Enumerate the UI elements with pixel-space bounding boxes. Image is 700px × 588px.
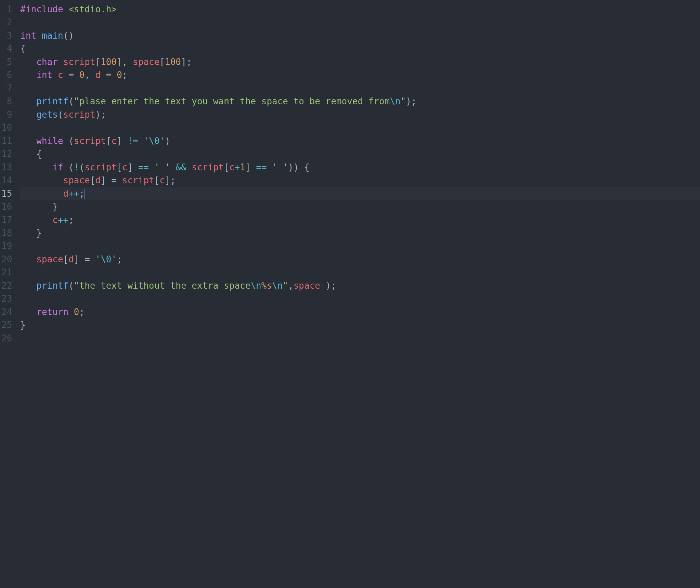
token: ' bbox=[95, 254, 101, 264]
code-line[interactable] bbox=[20, 121, 700, 134]
line-number: 25 bbox=[1, 318, 12, 331]
token: ' bbox=[111, 254, 117, 264]
code-area[interactable]: #include <stdio.h>int main(){ char scrip… bbox=[17, 0, 700, 588]
line-number: 17 bbox=[1, 213, 12, 226]
indent bbox=[20, 149, 36, 159]
token: )) { bbox=[288, 162, 310, 172]
code-line[interactable]: { bbox=[20, 42, 700, 55]
token: \n bbox=[390, 96, 400, 106]
code-line[interactable] bbox=[20, 266, 700, 279]
token: ); bbox=[406, 96, 416, 106]
token: space bbox=[294, 280, 326, 291]
token: ( bbox=[68, 280, 74, 291]
token: ) bbox=[165, 136, 170, 146]
line-number: 20 bbox=[1, 253, 12, 266]
token: != bbox=[127, 136, 138, 146]
line-number: 18 bbox=[1, 226, 12, 239]
token: d bbox=[95, 70, 101, 80]
code-line[interactable]: char script[100], space[100]; bbox=[20, 55, 700, 68]
code-line[interactable]: #include <stdio.h> bbox=[20, 3, 700, 16]
code-editor[interactable]: 1234567891011121314151617181920212223242… bbox=[0, 0, 700, 588]
code-line[interactable]: printf("the text without the extra space… bbox=[20, 279, 700, 292]
token: ; bbox=[68, 215, 74, 225]
token: "the text without the extra space bbox=[74, 280, 251, 291]
token bbox=[170, 162, 176, 172]
indent bbox=[20, 280, 36, 291]
token: [ bbox=[90, 175, 95, 185]
indent bbox=[20, 162, 52, 172]
token: gets bbox=[36, 109, 58, 120]
token: [ bbox=[95, 57, 101, 67]
token: char bbox=[36, 57, 63, 67]
token: c bbox=[52, 215, 58, 225]
code-line[interactable]: gets(script); bbox=[20, 108, 700, 121]
token: script bbox=[192, 162, 224, 172]
code-line[interactable] bbox=[20, 292, 700, 305]
code-line[interactable]: printf("plase enter the text you want th… bbox=[20, 95, 700, 108]
code-line[interactable] bbox=[20, 239, 700, 252]
code-line[interactable]: if (!(script[c] == ' ' && script[c+1] ==… bbox=[20, 161, 700, 174]
token: ; bbox=[122, 70, 128, 80]
token bbox=[186, 162, 192, 172]
token: ( bbox=[68, 136, 74, 146]
token: [ bbox=[106, 136, 112, 146]
code-line[interactable]: space[d] = '\0'; bbox=[20, 253, 700, 266]
token: if bbox=[52, 162, 68, 172]
line-number: 5 bbox=[1, 55, 12, 68]
code-line[interactable]: return 0; bbox=[20, 305, 700, 318]
code-line[interactable]: c++; bbox=[20, 213, 700, 226]
token: return bbox=[36, 307, 74, 317]
token: ( bbox=[68, 162, 74, 172]
text-cursor bbox=[85, 189, 85, 199]
token: == bbox=[138, 162, 149, 172]
line-number: 6 bbox=[1, 68, 12, 81]
token: ( bbox=[79, 162, 85, 172]
token: script bbox=[122, 175, 154, 185]
line-number: 21 bbox=[1, 266, 12, 279]
line-number: 2 bbox=[1, 16, 12, 29]
token: 1 bbox=[240, 162, 245, 172]
token: script bbox=[63, 57, 95, 67]
code-line[interactable] bbox=[20, 82, 700, 95]
token: c bbox=[122, 162, 128, 172]
token: 0 bbox=[79, 70, 85, 80]
token: ( bbox=[68, 96, 74, 106]
code-line[interactable]: } bbox=[20, 226, 700, 239]
indent bbox=[20, 254, 36, 264]
code-line[interactable]: } bbox=[20, 200, 700, 213]
token: <stdio.h> bbox=[68, 4, 117, 14]
code-line[interactable] bbox=[20, 332, 700, 345]
token: ] = bbox=[74, 254, 95, 264]
code-line[interactable]: } bbox=[20, 318, 700, 331]
line-number: 22 bbox=[1, 279, 12, 292]
indent bbox=[20, 70, 36, 80]
code-line[interactable] bbox=[20, 16, 700, 29]
code-line[interactable]: { bbox=[20, 147, 700, 160]
code-line[interactable]: d++; bbox=[20, 187, 700, 200]
indent bbox=[20, 307, 36, 317]
token: , bbox=[85, 70, 95, 80]
line-number: 11 bbox=[1, 134, 12, 147]
token: [ bbox=[63, 254, 69, 264]
code-line[interactable]: int c = 0, d = 0; bbox=[20, 68, 700, 81]
token: c bbox=[111, 136, 117, 146]
line-number: 23 bbox=[1, 292, 12, 305]
token: script bbox=[63, 109, 95, 120]
token: ' bbox=[159, 136, 165, 146]
token: ; bbox=[79, 188, 85, 199]
token: script bbox=[74, 136, 106, 146]
line-number: 26 bbox=[1, 332, 12, 345]
token: space bbox=[133, 57, 159, 67]
indent bbox=[20, 215, 52, 225]
token: ; bbox=[117, 254, 122, 264]
code-line[interactable]: while (script[c] != '\0') bbox=[20, 134, 700, 147]
token: ] = bbox=[101, 175, 122, 185]
token bbox=[267, 162, 272, 172]
token: int bbox=[20, 30, 42, 41]
line-number: 15 bbox=[1, 187, 12, 200]
code-line[interactable]: space[d] = script[c]; bbox=[20, 174, 700, 187]
token: ++ bbox=[68, 188, 79, 199]
token: " bbox=[283, 280, 288, 291]
token: ! bbox=[74, 162, 79, 172]
code-line[interactable]: int main() bbox=[20, 29, 700, 42]
